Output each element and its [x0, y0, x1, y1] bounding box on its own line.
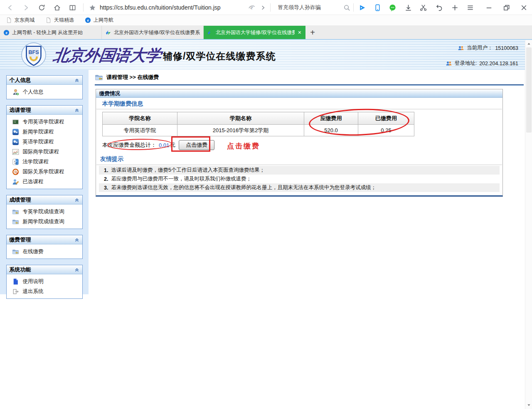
scroll-down-icon[interactable] — [525, 402, 532, 409]
sidebar-item-label: 国际关系学院课程 — [23, 168, 64, 175]
e-icon: e — [3, 30, 10, 36]
chevron-double-up-icon — [74, 108, 79, 113]
folder-key-icon — [12, 208, 19, 215]
section-divider — [96, 109, 502, 109]
new-tab-plus-icon[interactable] — [451, 3, 459, 12]
users-icon — [458, 45, 464, 52]
chevron-double-up-icon — [74, 197, 79, 202]
browser-tab[interactable]: 北京外国语大学辅修/双学位在线缴费× — [204, 26, 305, 39]
bookmark-item[interactable]: e上网导航 — [85, 17, 113, 24]
sidebar-item[interactable]: 国际关系学院课程 — [7, 167, 82, 177]
tip-number: 1. — [104, 168, 108, 173]
sidebar-item[interactable]: 已选课程 — [7, 177, 82, 187]
users-icon — [446, 60, 452, 67]
search-icon[interactable] — [342, 3, 351, 12]
sidebar-item[interactable]: 国际商学院课程 — [7, 147, 82, 157]
sidebar-section-title: 成绩管理 — [10, 196, 31, 204]
sidebar-item-label: 个人信息 — [23, 89, 44, 96]
pay-button[interactable]: 点击缴费 — [179, 140, 214, 150]
sidebar-item[interactable]: 新闻学院课程 — [7, 127, 82, 137]
sidebar-item[interactable]: 专用英语学院课程 — [7, 117, 82, 127]
sidebar-item[interactable]: 英语学院课程 — [7, 137, 82, 147]
search-box[interactable]: 冒充领导人孙诈骗 — [278, 0, 321, 15]
wechat-chat-icon[interactable] — [388, 3, 397, 12]
download-icon[interactable] — [404, 3, 412, 12]
tab-close-icon[interactable]: × — [297, 30, 302, 35]
tips-divider — [96, 165, 502, 165]
sidebar-section: 成绩管理专英学院成绩查询新闻学院成绩查询 — [6, 195, 83, 229]
forward-icon[interactable] — [22, 3, 30, 12]
chevron-right-icon[interactable] — [259, 3, 267, 12]
login-address-label: 登录地址: — [455, 60, 477, 67]
chevron-double-up-icon — [74, 237, 79, 242]
sidebar-item-label: 法学院课程 — [23, 158, 49, 165]
sidebar-section: 个人信息个人信息 — [6, 75, 83, 99]
sidebar-section-header[interactable]: 个人信息 — [7, 76, 82, 85]
sidebar-item[interactable]: 使用说明 — [7, 276, 82, 286]
mobile-phone-icon[interactable] — [373, 3, 382, 12]
browser-tab[interactable]: e上网导航 - 轻快上网 从这里开始 — [0, 26, 102, 39]
site-icon — [207, 30, 213, 36]
window-close-icon[interactable] — [520, 3, 528, 12]
scrollbar-thumb[interactable] — [526, 47, 532, 133]
sidebar-item[interactable]: 个人信息 — [7, 87, 82, 97]
fee-table-header-cell: 已缴费用 — [358, 112, 414, 125]
red-annotation-text: 点击缴费 — [227, 141, 260, 151]
sidebar-item[interactable]: 法学院课程 — [7, 157, 82, 167]
new-tab-button[interactable]: + — [305, 26, 320, 39]
chat-app-icon — [12, 128, 19, 136]
sidebar-section-header[interactable]: 成绩管理 — [7, 195, 82, 204]
sidebar-section-header[interactable]: 系统功能 — [7, 265, 82, 274]
sidebar-item[interactable]: 专英学院成绩查询 — [7, 207, 82, 217]
sidebar-section-items: 使用说明退出系统 — [7, 274, 82, 298]
browser-tab[interactable]: 北京外国语大学辅修/双学位在线缴费系 — [102, 26, 204, 39]
sidebar-item[interactable]: 新闻学院成绩查询 — [7, 217, 82, 227]
back-icon[interactable] — [6, 3, 14, 12]
tip-row: 3.若未缴费则选课信息无效，您的信息将不会出现在授课教师的花名册上，且期末无法在… — [99, 183, 500, 192]
sidebar-section-header[interactable]: 缴费管理 — [7, 235, 82, 244]
svg-text:e: e — [250, 4, 253, 10]
sidebar-item-label: 专用英语学院课程 — [23, 118, 64, 126]
sidebar: 个人信息个人信息选课管理专用英语学院课程新闻学院课程英语学院课程国际商学院课程法… — [0, 70, 89, 294]
window-restore-icon[interactable] — [502, 3, 510, 12]
tip-text: 若应缴费用与已缴费用不一致，请及时联系我们补缴或退费； — [111, 175, 251, 182]
chat-app-icon — [12, 138, 19, 145]
sidebar-section-header[interactable]: 选课管理 — [7, 106, 82, 115]
scissors-clip-icon[interactable] — [419, 3, 427, 12]
ie-compat-icon[interactable]: e — [247, 3, 256, 11]
sidebar-section: 缴费管理在线缴费 — [6, 235, 83, 259]
fee-table-header-cell: 应缴费用 — [304, 112, 358, 125]
sidebar-item[interactable]: 退出系统 — [7, 286, 82, 296]
sidebar-item[interactable]: 在线缴费 — [7, 246, 82, 256]
panel-title: 缴费情况 — [96, 89, 502, 98]
refresh-icon[interactable] — [37, 3, 46, 12]
university-logo: BFS — [21, 42, 47, 68]
bookmark-item[interactable]: 天猫精选 — [45, 17, 74, 24]
video-play-icon[interactable] — [358, 3, 366, 12]
sidebar-section-items: 个人信息 — [7, 85, 82, 99]
browser-toolbar: https://cs.bfsu.edu.cn/tuition/student/T… — [0, 0, 532, 15]
scroll-up-icon[interactable] — [525, 40, 532, 47]
address-bar[interactable]: https://cs.bfsu.edu.cn/tuition/student/T… — [100, 0, 221, 15]
fee-table-body: 专用英语学院2015-2016学年第2学期520.00.25 — [103, 125, 414, 136]
folder-key-icon — [12, 248, 19, 255]
window-minimize-icon[interactable] — [485, 3, 493, 12]
folder-icon — [95, 73, 103, 81]
folder-key-icon — [12, 218, 19, 225]
menu-hamburger-icon[interactable] — [466, 3, 474, 12]
chalkboard-icon — [12, 118, 19, 126]
page-scrollbar[interactable] — [525, 40, 532, 409]
bookmark-item[interactable]: 京东商城 — [6, 17, 34, 24]
tip-text: 若未缴费则选课信息无效，您的信息将不会出现在授课教师的花名册上，且期末无法在本系… — [111, 184, 376, 191]
home-icon[interactable] — [53, 3, 61, 12]
breadcrumb-text: 课程管理 >> 在线缴费 — [106, 74, 159, 81]
tip-number: 3. — [104, 185, 108, 191]
undo-history-icon[interactable] — [435, 3, 443, 12]
system-title: 辅修/双学位在线缴费系统 — [163, 50, 276, 63]
semester-section-title: 本学期缴费信息 — [96, 98, 502, 109]
favorite-star-icon[interactable] — [88, 3, 96, 12]
reading-mode-icon[interactable] — [68, 3, 76, 12]
tab-title: 北京外国语大学辅修/双学位在线缴费系 — [114, 29, 200, 36]
tab-title: 上网导航 - 轻快上网 从这里开始 — [12, 29, 98, 36]
tab-bar: e上网导航 - 轻快上网 从这里开始北京外国语大学辅修/双学位在线缴费系北京外国… — [0, 26, 532, 39]
